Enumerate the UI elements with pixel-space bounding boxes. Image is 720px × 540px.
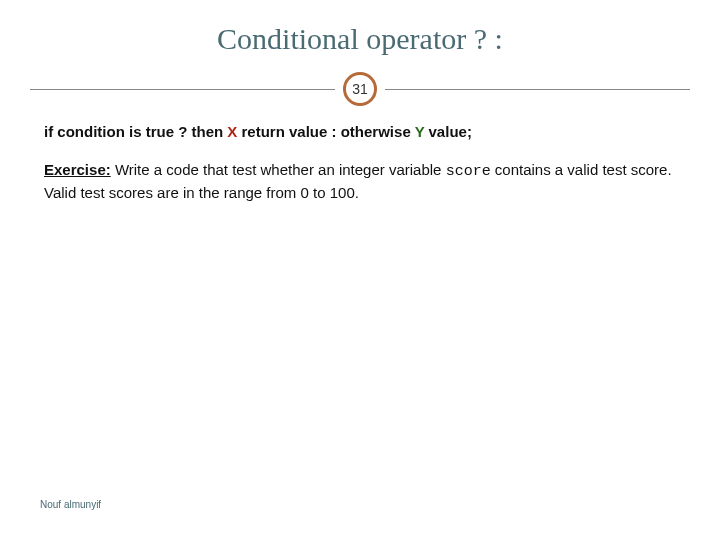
exercise-part1: Write a code that test whether an intege… (111, 161, 446, 178)
exercise-label: Exercise: (44, 161, 111, 178)
divider: 31 (0, 72, 720, 106)
exercise-text: Exercise: Write a code that test whether… (44, 160, 676, 203)
slide: Conditional operator ? : 31 if condition… (0, 0, 720, 540)
page-number-badge: 31 (343, 72, 377, 106)
divider-line-left (30, 89, 335, 90)
syntax-text-2: return value : otherwise (237, 123, 414, 140)
syntax-line: if condition is true ? then X return val… (44, 122, 676, 142)
syntax-x: X (227, 123, 237, 140)
exercise-code: score (446, 163, 491, 180)
syntax-text-3: value; (424, 123, 472, 140)
content-area: if condition is true ? then X return val… (0, 122, 720, 203)
page-title: Conditional operator ? : (0, 0, 720, 66)
footer-author: Nouf almunyif (40, 499, 101, 510)
syntax-text-1: if condition is true ? then (44, 123, 227, 140)
divider-line-right (385, 89, 690, 90)
syntax-y: Y (415, 123, 425, 140)
